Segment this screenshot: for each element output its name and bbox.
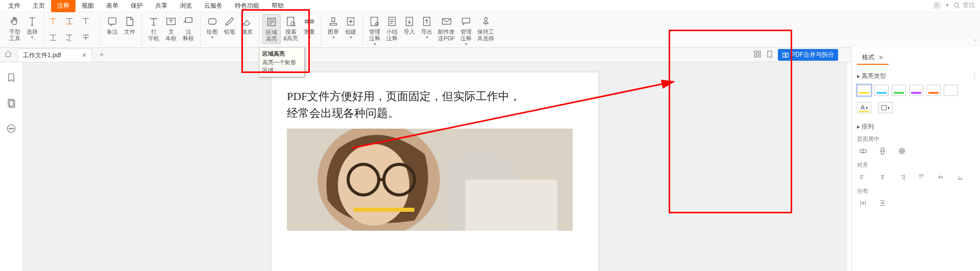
email-pdf-button[interactable]: 邮件发 送PDF (435, 14, 457, 43)
manage-comments-button[interactable]: 管理 注释 ▼ (366, 14, 383, 47)
align-top-icon[interactable] (915, 172, 927, 182)
document-tab[interactable]: 工作文件1.pdf ✕ (17, 48, 92, 62)
menu-home[interactable]: 主页 (27, 0, 51, 12)
export-button[interactable]: 导出 ▼ (418, 14, 435, 41)
callout-button[interactable]: 注 释框 (180, 14, 197, 43)
swatch-orange[interactable] (926, 85, 941, 96)
measure-label: 测量 (304, 29, 315, 35)
align-bottom-icon[interactable] (954, 172, 966, 182)
manage-comments-2-button[interactable]: 管理 注释 ▼ (457, 14, 475, 47)
typewriter-button[interactable]: 打 字机 (145, 14, 162, 43)
style-row: A▾ ▾ (857, 102, 975, 113)
search-box[interactable]: 查找 (953, 1, 975, 10)
pdf-text-line1: PDF文件方便好用，页面固定，但实际工作中， (287, 88, 583, 105)
ribbon-group-textmarkup (44, 14, 101, 46)
chevron-down-icon: ▼ (425, 35, 429, 40)
search-highlight-button[interactable]: 搜索 &高亮 (281, 14, 301, 43)
svg-rect-4 (209, 19, 216, 24)
close-icon[interactable]: ✕ (82, 52, 87, 59)
create-button[interactable]: 创建 ▼ (342, 14, 359, 41)
ruler-icon (303, 15, 315, 28)
menu-view[interactable]: 视图 (76, 0, 100, 12)
summarize-icon (386, 15, 398, 28)
highlight-icon-2[interactable] (64, 16, 75, 27)
stamp-button[interactable]: 图章 ▼ (325, 14, 342, 41)
import-button[interactable]: 导入 (401, 14, 418, 36)
svg-rect-35 (353, 208, 414, 212)
swatch-white[interactable] (944, 85, 958, 96)
strikethrough-icon[interactable] (80, 33, 91, 43)
summarize-button[interactable]: 小结 注释 (383, 14, 401, 43)
file-label: 文件 (124, 29, 135, 35)
menu-share[interactable]: 共享 (149, 0, 174, 12)
distribute-v-icon[interactable] (876, 198, 889, 208)
align-center-h-icon[interactable] (876, 172, 889, 182)
text-color-dropdown[interactable]: A▾ (857, 102, 871, 113)
center-h-icon[interactable] (857, 146, 869, 156)
home-icon[interactable] (4, 50, 12, 60)
align-buttons (857, 172, 975, 182)
distribute-h-icon[interactable] (857, 198, 869, 208)
underline-icon-1[interactable] (47, 33, 59, 43)
search-icon (953, 2, 961, 9)
note-button[interactable]: 备注 (104, 14, 121, 36)
keep-tool-button[interactable]: 保持工 具选择 (475, 14, 497, 43)
menu-help[interactable]: 帮助 (265, 0, 290, 12)
menu-comment[interactable]: 注释 (51, 0, 76, 12)
bookmark-icon[interactable] (5, 71, 17, 84)
pencil-button[interactable]: 铅笔 (221, 14, 238, 36)
collapse-ribbon-icon[interactable]: ⌃ (973, 38, 978, 45)
format-panel: 格式 ✕ ▸ 高亮类型 A▾ ▾ ▸ 排列 页面居中 对齐 分布 (851, 47, 980, 271)
add-tab-icon[interactable]: ＋ (97, 50, 106, 60)
swatch-cyan[interactable] (874, 85, 889, 96)
dropdown-icon[interactable]: ▼ (945, 3, 949, 8)
measure-button[interactable]: 测量 ▼ (301, 14, 318, 41)
center-both-icon[interactable] (896, 146, 908, 156)
close-icon[interactable]: ✕ (878, 54, 884, 61)
area-highlight-button[interactable]: 区域 高亮 (262, 14, 281, 44)
align-right-icon[interactable] (896, 172, 908, 182)
pin-icon (480, 15, 492, 28)
align-left-icon[interactable] (857, 172, 869, 182)
create-icon (345, 15, 357, 28)
menu-browse[interactable]: 浏览 (174, 0, 198, 12)
align-middle-icon[interactable] (935, 172, 947, 182)
fill-color-dropdown[interactable]: ▾ (878, 102, 893, 113)
hand-tool-button[interactable]: 手型 工具 (6, 14, 23, 43)
menu-form[interactable]: 表单 (100, 0, 125, 12)
pages-icon[interactable] (5, 97, 17, 109)
swatch-purple[interactable] (909, 85, 923, 96)
center-v-icon[interactable] (876, 146, 889, 156)
manage-label: 管理 注释 (369, 29, 380, 42)
svg-rect-17 (758, 51, 761, 54)
text-match-icon[interactable]: 匹 (933, 2, 941, 10)
page-view-icon[interactable] (766, 50, 774, 60)
menu-file[interactable]: 文件 (2, 0, 27, 12)
menu-features[interactable]: 特色功能 (229, 0, 265, 12)
file-attach-button[interactable]: 文件 (121, 14, 138, 36)
note-label: 备注 (107, 29, 118, 35)
chevron-down-icon: ▼ (30, 35, 34, 40)
select-tool-button[interactable]: 选择 ▼ (23, 14, 41, 41)
format-tab[interactable]: 格式 ✕ (857, 51, 889, 65)
more-options-icon[interactable]: ⋮ (971, 71, 978, 80)
grid-view-icon[interactable] (753, 50, 762, 60)
swatch-green[interactable] (892, 85, 906, 96)
document-viewport[interactable]: PDF文件方便好用，页面固定，但实际工作中， 经常会出现各种问题。 (22, 62, 847, 271)
swatch-yellow[interactable] (857, 85, 871, 96)
tab-title: 工作文件1.pdf (23, 51, 61, 60)
highlight-icon-1[interactable] (47, 16, 59, 27)
menu-cloud[interactable]: 云服务 (198, 0, 229, 12)
callout-icon (182, 15, 194, 28)
textbox-button[interactable]: 文 本框 (162, 14, 180, 43)
svg-rect-1 (109, 18, 116, 24)
underline-icon-2[interactable] (64, 33, 75, 43)
drawing-button[interactable]: 绘图 ▼ (204, 14, 221, 41)
highlight-icon-3[interactable] (80, 16, 91, 27)
manage2-label: 管理 注释 (460, 29, 472, 42)
svg-rect-6 (287, 17, 293, 26)
eraser-button[interactable]: 橡皮 (238, 14, 256, 36)
chat-icon[interactable] (5, 122, 17, 135)
pdf-merge-split-button[interactable]: PDF合并与拆分 (778, 49, 838, 61)
menu-protect[interactable]: 保护 (125, 0, 149, 12)
